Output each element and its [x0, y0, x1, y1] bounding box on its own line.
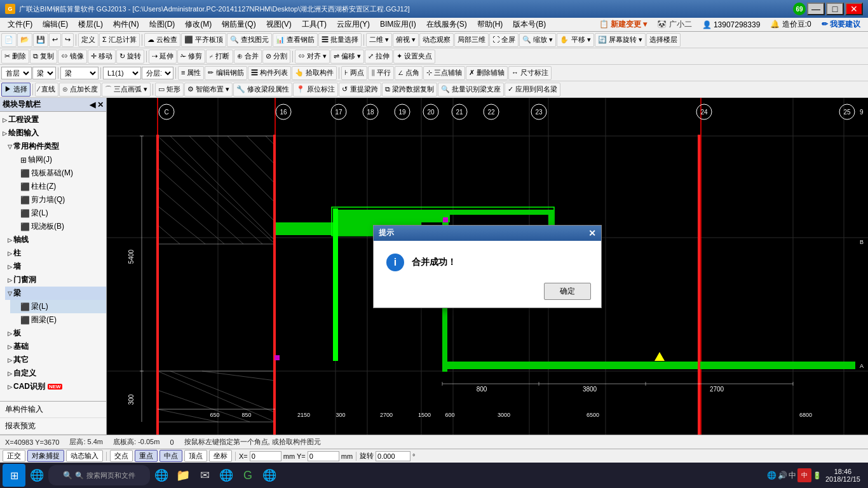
axis-select[interactable]: L1(1) [103, 67, 141, 79]
nav-common-types[interactable]: ▽ 常用构件类型 [5, 140, 106, 153]
rotate-input[interactable] [376, 451, 410, 461]
apply-same-name-btn[interactable]: ✓ 应用到同名梁 [505, 83, 560, 97]
snap-midpoint-btn[interactable]: 中点 [159, 450, 182, 462]
nav-cast-slab[interactable]: ⬛ 现浇板(B) [10, 220, 106, 233]
undo-btn[interactable]: ↩ [49, 33, 61, 47]
view-rebar-btn[interactable]: 📊 查看钢筋 [273, 33, 318, 47]
menu-rebar[interactable]: 钢筋量(Q) [217, 18, 261, 31]
local-3d-btn[interactable]: 局部三维 [454, 33, 489, 47]
top-view-btn[interactable]: 俯视 ▾ [393, 33, 419, 47]
cloud-check-btn[interactable]: ☁ 云检查 [144, 33, 180, 47]
sum-btn[interactable]: Σ 汇总计算 [99, 33, 140, 47]
nav-beam-section[interactable]: ▽ 梁 [5, 287, 106, 300]
nav-draw-input[interactable]: ▷ 绘图输入 [0, 126, 106, 140]
dialog-ok-button[interactable]: 确定 [544, 283, 591, 300]
layer-select[interactable]: 分层1 [142, 67, 173, 79]
suggest-btn[interactable]: ✏ 我要建议 [817, 18, 865, 31]
select-mode-btn[interactable]: ▶ 选择 [1, 83, 31, 97]
redo-btn[interactable]: ↪ [62, 33, 74, 47]
x-input[interactable] [250, 451, 281, 461]
split-btn[interactable]: ⊘ 分割 [262, 50, 290, 64]
nav-column[interactable]: ⬛ 柱柱(Z) [10, 180, 106, 193]
save-btn[interactable]: 💾 [33, 33, 48, 47]
nav-door-window[interactable]: ▷ 门窗洞 [5, 273, 106, 287]
mirror-btn[interactable]: ⇔ 镜像 [58, 50, 87, 64]
nav-shear-wall[interactable]: ⬛ 剪力墙(Q) [10, 193, 106, 207]
browser-btn[interactable]: 🌐 [151, 465, 172, 485]
find-element-btn[interactable]: 🔍 查找图元 [227, 33, 272, 47]
snap-ortho-btn[interactable]: 正交 [3, 450, 25, 462]
nav-project-settings[interactable]: ▷ 工程设置 [0, 113, 106, 126]
component-list-btn[interactable]: ☰ 构件列表 [248, 66, 291, 80]
nav-axis-grid[interactable]: ⊞ 轴网(J) [10, 153, 106, 166]
nav-beam[interactable]: ⬛ 梁(L) [10, 207, 106, 220]
menu-modify[interactable]: 修改(M) [180, 18, 217, 31]
delete-btn[interactable]: ✂ 删除 [1, 50, 29, 64]
menu-help[interactable]: 帮助(H) [472, 18, 508, 31]
menu-bim[interactable]: BIM应用(I) [375, 18, 421, 31]
nav-ring-beam[interactable]: ⬛ 圈梁(E) [10, 313, 106, 327]
maximize-button[interactable]: □ [826, 3, 844, 15]
snap-intersection-btn[interactable]: 交点 [110, 450, 133, 462]
edit-rebar-btn[interactable]: ✏ 编辑钢筋 [205, 66, 247, 80]
point-length-btn[interactable]: ⊙ 点加长度 [59, 83, 101, 97]
menu-draw[interactable]: 绘图(D) [144, 18, 180, 31]
edge-btn[interactable]: 🌐 [27, 465, 47, 485]
snap-endpoint-btn[interactable]: 重点 [135, 450, 158, 462]
snap-dynamic-btn[interactable]: 动态输入 [66, 450, 103, 462]
snap-vertex-btn[interactable]: 顶点 [184, 450, 207, 462]
open-btn[interactable]: 📂 [17, 33, 32, 47]
pick-component-btn[interactable]: 👆 拾取构件 [292, 66, 337, 80]
copy-btn[interactable]: ⧉ 复制 [30, 50, 57, 64]
floor-select[interactable]: 首层 [1, 67, 32, 79]
property-btn[interactable]: ≡ 属性 [178, 66, 204, 80]
nav-custom[interactable]: ▷ 自定义 [5, 367, 106, 380]
rect-btn[interactable]: ▭ 矩形 [155, 83, 184, 97]
nav-pillar[interactable]: ▷ 柱 [5, 247, 106, 260]
original-mark-btn[interactable]: 📍 原位标注 [293, 83, 338, 97]
align-btn[interactable]: ⇔ 对齐 ▾ [295, 50, 330, 64]
menu-floor[interactable]: 楼层(L) [73, 18, 108, 31]
menu-component[interactable]: 构件(N) [108, 18, 144, 31]
menu-file[interactable]: 文件(F) [3, 18, 37, 31]
pan-btn[interactable]: ✋ 平移 ▾ [557, 33, 593, 47]
component-name-select[interactable]: 梁 [60, 67, 98, 79]
merge-btn[interactable]: ⊕ 合并 [234, 50, 262, 64]
nav-beam-L[interactable]: ⬛ 梁(L) [10, 300, 106, 313]
menu-view[interactable]: 视图(V) [261, 18, 297, 31]
dialog-close-btn[interactable]: ✕ [588, 228, 596, 238]
screen-rotate-btn[interactable]: 🔄 屏幕旋转 ▾ [595, 33, 646, 47]
volume-icon[interactable]: 🔊 [778, 471, 787, 480]
nav-wall[interactable]: ▷ 墙 [5, 260, 106, 273]
folder-btn[interactable]: 📁 [173, 465, 193, 485]
menu-cloud[interactable]: 云应用(Y) [332, 18, 375, 31]
close-button[interactable]: ✕ [845, 3, 863, 15]
menu-service[interactable]: 在线服务(S) [421, 18, 472, 31]
network-icon[interactable]: 🌐 [767, 471, 776, 480]
mail-btn[interactable]: ✉ [194, 465, 215, 485]
nav-axis[interactable]: ▷ 轴线 [5, 233, 106, 247]
dynamic-view-btn[interactable]: 动态观察 [419, 33, 454, 47]
new-change-btn[interactable]: 📋 新建变更 ▾ [594, 18, 653, 31]
grip-btn[interactable]: ✦ 设置夹点 [393, 50, 435, 64]
break-btn[interactable]: ⌿ 打断 [206, 50, 233, 64]
snap-object-btn[interactable]: 对象捕捉 [27, 450, 64, 462]
component-type-select[interactable]: 梁 [32, 67, 56, 79]
menu-version[interactable]: 版本号(B) [508, 18, 551, 31]
parallel-btn[interactable]: ∥ 平行 [368, 66, 394, 80]
point-angle-btn[interactable]: ∠ 点角 [395, 66, 423, 80]
minimize-button[interactable]: — [807, 3, 825, 15]
align-board-btn[interactable]: ⬛ 平齐板顶 [181, 33, 226, 47]
nav-raft-foundation[interactable]: ⬛ 筏板基础(M) [10, 166, 106, 180]
dim-mark-btn[interactable]: ↔ 尺寸标注 [508, 66, 552, 80]
modify-beam-prop-btn[interactable]: 🔧 修改梁段属性 [233, 83, 292, 97]
offset-btn[interactable]: ⇌ 偏移 ▾ [330, 50, 364, 64]
language-btn[interactable]: 中 [789, 470, 796, 481]
panel-controls[interactable]: ◀ ✕ [90, 100, 104, 109]
smart-layout-btn[interactable]: ⚙ 智能布置 ▾ [184, 83, 233, 97]
2d-btn[interactable]: 二维 ▾ [366, 33, 392, 47]
nav-other[interactable]: ▷ 其它 [5, 353, 106, 367]
menu-tools[interactable]: 工具(T) [297, 18, 332, 31]
rotate-btn[interactable]: ↻ 旋转 [116, 50, 144, 64]
nav-foundation[interactable]: ▷ 基础 [5, 340, 106, 353]
